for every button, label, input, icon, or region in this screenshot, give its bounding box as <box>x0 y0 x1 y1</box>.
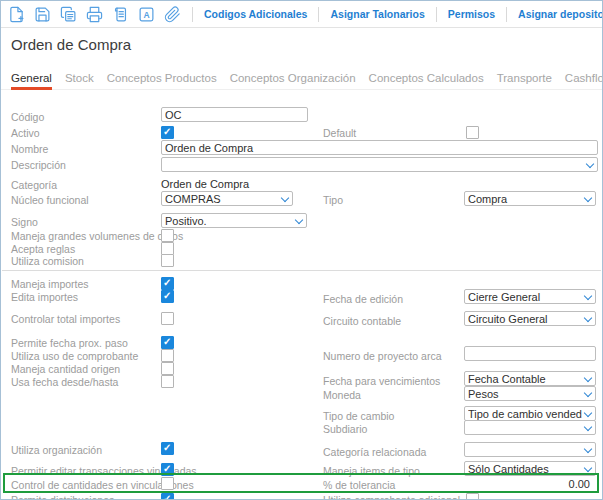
tab-conceptos-productos[interactable]: Conceptos Productos <box>107 72 217 90</box>
edita-importes-checkbox[interactable] <box>161 290 174 303</box>
usa-fecha-desde-hasta-label: Usa fecha desde/hasta <box>11 376 118 388</box>
new-document-icon[interactable] <box>8 6 25 23</box>
control-cantidades-checkbox[interactable] <box>161 477 174 490</box>
chevron-down-icon <box>584 314 592 322</box>
signo-label: Signo <box>11 216 38 228</box>
utiliza-comision-label: Utiliza comision <box>11 255 84 267</box>
edita-importes-label: Edita importes <box>11 291 78 303</box>
chevron-down-icon <box>584 374 592 382</box>
codigo-input[interactable] <box>161 107 308 122</box>
tab-stock[interactable]: Stock <box>65 72 94 90</box>
toolbar: A Codigos Adicionales Asignar Talonarios… <box>1 1 602 28</box>
fecha-edicion-select[interactable]: Cierre General <box>464 289 596 304</box>
categoria-value: Orden de Compra <box>161 178 249 190</box>
maneja-grandes-label: Maneja grandes volumenes de datos <box>11 230 183 242</box>
maneja-importes-checkbox[interactable] <box>161 277 174 290</box>
permite-fecha-prox-label: Permite fecha prox. paso <box>11 337 128 349</box>
permite-distribuciones-checkbox[interactable] <box>161 493 174 500</box>
tipo-label: Tipo <box>323 194 343 206</box>
codigo-label: Código <box>11 111 44 123</box>
descripcion-label: Descripción <box>11 159 66 171</box>
tab-transporte[interactable]: Transporte <box>497 72 552 90</box>
nombre-input[interactable] <box>161 140 598 155</box>
numero-proyecto-arca-label: Numero de proyecto arca <box>323 350 441 362</box>
numero-proyecto-arca-input[interactable] <box>464 346 596 361</box>
tipo-select[interactable]: Compra <box>464 191 596 206</box>
section-divider <box>2 270 601 271</box>
controlar-total-checkbox[interactable] <box>161 312 174 325</box>
svg-text:A: A <box>143 9 149 19</box>
maneja-importes-label: Maneja importes <box>11 278 89 290</box>
categoria-relacionada-select[interactable] <box>464 442 596 457</box>
attachment-icon[interactable] <box>164 6 181 23</box>
scroll-icon[interactable] <box>112 6 129 23</box>
usa-fecha-desde-hasta-checkbox[interactable] <box>161 375 174 388</box>
tolerancia-value[interactable]: 0.00 <box>569 478 590 490</box>
fecha-edicion-label: Fecha de edición <box>323 293 403 305</box>
toolbar-separator <box>318 7 319 22</box>
tab-cashflow[interactable]: Cashflow <box>565 72 603 90</box>
moneda-select[interactable]: Pesos <box>464 386 596 401</box>
acepta-reglas-label: Acepta reglas <box>11 243 75 255</box>
tipo-cambio-label: Tipo de cambio <box>323 410 394 422</box>
font-icon[interactable]: A <box>138 6 155 23</box>
chevron-down-icon <box>281 194 289 202</box>
subdiario-label: Subdiario <box>323 423 367 435</box>
page-title: Orden de Compra <box>11 36 131 53</box>
utiliza-uso-comprobante-checkbox[interactable] <box>161 349 174 362</box>
nucleo-funcional-label: Núcleo funcional <box>11 194 89 206</box>
subdiario-select[interactable] <box>464 420 596 435</box>
maneja-cantidad-origen-checkbox[interactable] <box>161 362 174 375</box>
tab-general[interactable]: General <box>11 72 52 90</box>
chevron-down-icon <box>584 292 592 300</box>
chevron-down-icon <box>584 464 592 472</box>
chevron-down-icon <box>584 423 592 431</box>
chevron-down-icon <box>584 194 592 202</box>
chevron-down-icon <box>586 160 594 168</box>
codigos-adicionales-link[interactable]: Codigos Adicionales <box>204 8 307 20</box>
tab-bar: General Stock Conceptos Productos Concep… <box>11 72 603 90</box>
chevron-down-icon <box>584 409 592 417</box>
categoria-relacionada-label: Categoría relacionada <box>323 446 426 458</box>
fecha-vencimientos-label: Fecha para vencimientos <box>323 375 440 387</box>
asignar-talonarios-link[interactable]: Asignar Talonarios <box>330 8 424 20</box>
tipo-cambio-select[interactable]: Tipo de cambio vendedor <box>464 406 596 421</box>
maneja-cantidad-origen-label: Maneja cantidad origen <box>11 363 120 375</box>
tab-conceptos-organizacion[interactable]: Conceptos Organización <box>230 72 356 90</box>
chevron-down-icon <box>295 216 303 224</box>
moneda-label: Moneda <box>323 389 361 401</box>
circuito-contable-select[interactable]: Circuito General <box>464 311 596 326</box>
utiliza-comprobante-adicional-label: Utiliza comprobante adicional <box>323 494 460 500</box>
nombre-label: Nombre <box>11 143 48 155</box>
permisos-link[interactable]: Permisos <box>448 8 495 20</box>
tolerancia-label: % de tolerancia <box>323 479 395 491</box>
copy-icon[interactable] <box>60 6 77 23</box>
utiliza-comision-checkbox[interactable] <box>161 254 174 267</box>
print-icon[interactable] <box>86 6 103 23</box>
circuito-contable-label: Circuito contable <box>323 315 401 327</box>
activo-checkbox[interactable] <box>161 126 174 139</box>
utiliza-organizacion-checkbox[interactable] <box>161 442 174 455</box>
utiliza-uso-comprobante-label: Utiliza uso de comprobante <box>11 350 138 362</box>
controlar-total-label: Controlar total importes <box>11 313 120 325</box>
fecha-vencimientos-select[interactable]: Fecha Contable <box>464 371 596 386</box>
toolbar-separator <box>506 7 507 22</box>
utiliza-organizacion-label: Utiliza organización <box>11 444 102 456</box>
orden-de-compra-window: A Codigos Adicionales Asignar Talonarios… <box>0 0 603 500</box>
save-icon[interactable] <box>34 6 51 23</box>
default-label: Default <box>323 127 356 139</box>
chevron-down-icon <box>584 445 592 453</box>
tab-conceptos-calculados[interactable]: Conceptos Calculados <box>369 72 484 90</box>
signo-select[interactable]: Positivo. <box>161 213 307 228</box>
categoria-label: Categoría <box>11 179 57 191</box>
permite-fecha-prox-checkbox[interactable] <box>161 336 174 349</box>
maneja-grandes-checkbox[interactable] <box>161 229 174 242</box>
toolbar-separator <box>192 7 193 22</box>
asignar-depositos-link[interactable]: Asignar depositos <box>518 8 603 20</box>
utiliza-comprobante-adicional-checkbox[interactable] <box>466 493 479 500</box>
default-checkbox[interactable] <box>466 126 479 139</box>
nucleo-funcional-select[interactable]: COMPRAS <box>161 191 293 206</box>
toolbar-separator <box>436 7 437 22</box>
descripcion-select[interactable] <box>161 157 598 172</box>
permite-distribuciones-label: Permite distribuciones <box>11 494 114 500</box>
